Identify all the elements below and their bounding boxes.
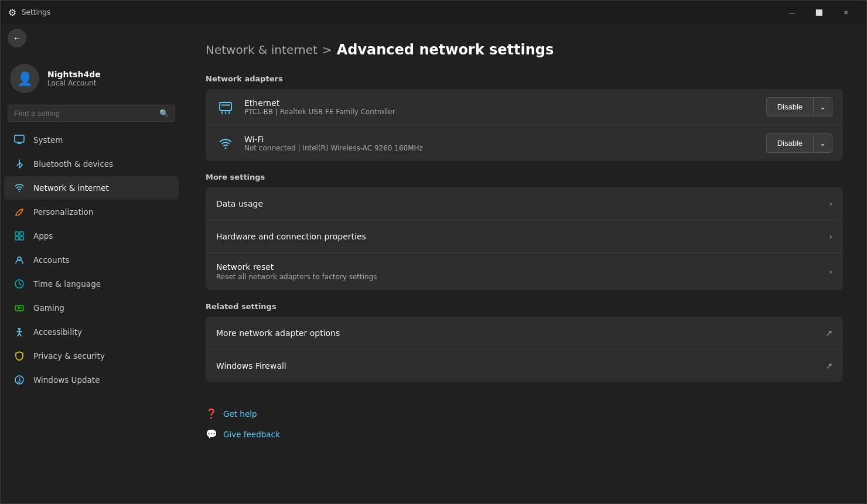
svg-rect-13 [221,104,224,106]
related-settings-heading: Related settings [206,302,843,311]
hardware-connection-item[interactable]: Hardware and connection properties › [206,220,843,253]
sidebar-item-network-label: Network & internet [33,183,109,193]
ethernet-expand-button[interactable]: ⌄ [813,97,832,116]
sidebar-item-bluetooth[interactable]: Bluetooth & devices [4,152,179,176]
network-adapters-section: Network adapters [206,74,843,161]
give-feedback-link[interactable]: 💬 Give feedback [206,424,843,444]
breadcrumb-current: Advanced network settings [337,42,554,58]
svg-rect-3 [20,232,23,235]
sidebar-item-network[interactable]: Network & internet [4,176,179,200]
more-adapter-options-title: More network adapter options [216,328,825,338]
windows-update-icon [13,374,25,386]
data-usage-item[interactable]: Data usage › [206,187,843,220]
sidebar-item-accounts-label: Accounts [33,255,70,265]
close-button[interactable]: ✕ [832,3,859,22]
settings-app-icon: ⚙ [8,8,17,17]
svg-rect-15 [227,104,230,106]
svg-point-16 [225,147,227,149]
system-icon [13,134,25,146]
sidebar-item-gaming[interactable]: Gaming [4,296,179,320]
data-usage-title: Data usage [216,199,829,208]
sidebar-item-privacy[interactable]: Privacy & security [4,344,179,368]
network-adapters-card: Ethernet PTCL-BB | Realtek USB FE Family… [206,89,843,161]
data-usage-chevron-icon: › [829,199,832,208]
network-reset-title: Network reset [216,262,829,272]
svg-rect-14 [224,104,227,106]
settings-window: ⚙ Settings — ⬜ ✕ ← 👤 Nightsh4de Local Ac… [0,0,867,504]
network-icon [13,182,25,194]
titlebar-title: Settings [22,8,50,16]
apps-icon [13,230,25,242]
breadcrumb-parent[interactable]: Network & internet [206,43,318,57]
svg-rect-0 [15,135,24,142]
hardware-connection-text: Hardware and connection properties [216,232,829,241]
privacy-icon [13,350,25,362]
wifi-adapter-row: Wi-Fi Not connected | Intel(R) Wireless-… [206,125,843,161]
network-reset-subtitle: Reset all network adapters to factory se… [216,273,829,281]
sidebar-item-apps[interactable]: Apps [4,224,179,248]
svg-rect-5 [20,236,23,240]
related-settings-section: Related settings More network adapter op… [206,302,843,382]
sidebar-item-bluetooth-label: Bluetooth & devices [33,159,113,169]
sidebar-item-accessibility[interactable]: Accessibility [4,320,179,344]
hardware-connection-title: Hardware and connection properties [216,232,829,241]
ethernet-name: Ethernet [244,98,757,108]
user-section[interactable]: 👤 Nightsh4de Local Account [1,52,182,105]
sidebar-item-personalization[interactable]: Personalization [4,200,179,224]
svg-point-1 [19,191,20,192]
search-icon: 🔍 [159,109,169,118]
wifi-expand-button[interactable]: ⌄ [813,133,832,153]
svg-rect-2 [15,232,19,235]
sidebar-item-time[interactable]: Time & language [4,272,179,296]
get-help-label: Get help [223,409,257,419]
windows-firewall-text: Windows Firewall [216,361,825,371]
user-name: Nightsh4de [47,70,101,79]
sidebar-item-system[interactable]: System [4,128,179,152]
svg-point-9 [21,307,22,308]
personalization-icon [13,206,25,218]
maximize-button[interactable]: ⬜ [805,3,832,22]
sidebar-item-windows-update[interactable]: Windows Update [4,368,179,392]
more-adapter-options-item[interactable]: More network adapter options ↗ [206,317,843,349]
search-box[interactable]: 🔍 [8,105,175,122]
avatar: 👤 [10,64,39,93]
ethernet-desc: PTCL-BB | Realtek USB FE Family Controll… [244,108,757,116]
sidebar-nav: System Bluetooth & devices Network & int… [1,128,182,392]
data-usage-text: Data usage [216,199,829,208]
more-adapter-options-text: More network adapter options [216,328,825,338]
bottom-links: ❓ Get help 💬 Give feedback [206,394,843,444]
search-input[interactable] [14,109,155,118]
content-area: Network & internet > Advanced network se… [182,24,866,503]
network-reset-item[interactable]: Network reset Reset all network adapters… [206,253,843,290]
user-info: Nightsh4de Local Account [47,70,101,87]
give-feedback-label: Give feedback [223,430,280,439]
wifi-icon [216,135,235,152]
windows-firewall-external-icon: ↗ [825,361,832,371]
wifi-info: Wi-Fi Not connected | Intel(R) Wireless-… [244,135,757,152]
more-settings-card: Data usage › Hardware and connection pro… [206,187,843,290]
sidebar-item-accessibility-label: Accessibility [33,327,82,337]
ethernet-adapter-row: Ethernet PTCL-BB | Realtek USB FE Family… [206,89,843,125]
avatar-icon: 👤 [17,71,33,86]
ethernet-actions: Disable ⌄ [766,97,832,116]
windows-firewall-item[interactable]: Windows Firewall ↗ [206,349,843,382]
wifi-disable-button[interactable]: Disable [766,133,813,153]
back-button[interactable]: ← [8,29,26,47]
network-adapters-heading: Network adapters [206,74,843,83]
sidebar-item-time-label: Time & language [33,279,101,289]
get-help-link[interactable]: ❓ Get help [206,403,843,424]
ethernet-disable-button[interactable]: Disable [766,97,813,116]
sidebar-item-system-label: System [33,135,63,145]
more-settings-heading: More settings [206,173,843,181]
sidebar-item-accounts[interactable]: Accounts [4,248,179,272]
titlebar-left: ⚙ Settings [8,8,50,17]
minimize-button[interactable]: — [779,3,805,22]
more-adapter-options-external-icon: ↗ [825,328,832,338]
breadcrumb-separator: > [322,43,332,57]
ethernet-info: Ethernet PTCL-BB | Realtek USB FE Family… [244,98,757,116]
svg-rect-4 [15,236,19,240]
gaming-icon [13,302,25,314]
more-settings-section: More settings Data usage › Hardware and … [206,173,843,290]
titlebar: ⚙ Settings — ⬜ ✕ [1,1,866,24]
svg-point-10 [19,328,21,330]
